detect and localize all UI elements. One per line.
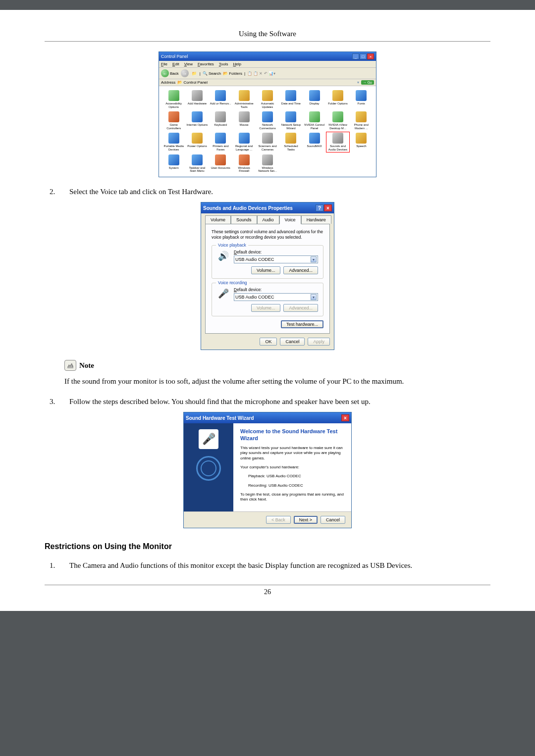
control-panel-item[interactable]: Scanners and Cameras xyxy=(257,133,278,151)
control-panel-item-label: Administrative Tools xyxy=(233,102,255,108)
voice-panel: These settings control volume and advanc… xyxy=(205,224,330,334)
go-button[interactable]: → Go xyxy=(361,80,374,85)
control-panel-item[interactable]: Sounds and Audio Devices xyxy=(327,133,348,151)
menu-edit[interactable]: Edit xyxy=(172,62,179,66)
maximize-button[interactable]: □ xyxy=(360,53,367,59)
back-button[interactable]: ←Back xyxy=(161,69,179,77)
control-panel-item[interactable]: Portable Media Devices xyxy=(163,133,184,151)
control-panel-item[interactable]: Folder Options xyxy=(327,90,348,108)
search-button[interactable]: 🔍Search xyxy=(203,71,221,76)
control-panel-item[interactable]: NVIDIA nView Desktop M... xyxy=(327,111,348,130)
recording-legend: Voice recording xyxy=(216,280,249,285)
tab-audio[interactable]: Audio xyxy=(257,215,279,224)
control-panel-item[interactable]: Wireless Network Set... xyxy=(257,154,278,173)
control-panel-item-label: Power Options xyxy=(187,145,207,148)
menu-favorites[interactable]: Favorites xyxy=(198,62,214,66)
control-panel-item[interactable]: Internet Options xyxy=(186,111,208,130)
control-panel-item[interactable]: Power Options xyxy=(186,133,208,151)
close-button[interactable]: × xyxy=(324,204,332,211)
control-panel-item-label: Scanners and Cameras xyxy=(257,145,278,151)
ok-button[interactable]: OK xyxy=(260,338,277,346)
next-button[interactable]: Next > xyxy=(294,516,318,524)
recording-device-select[interactable]: USB Audio CODEC▼ xyxy=(234,293,318,301)
tab-voice[interactable]: Voice xyxy=(279,215,301,224)
control-panel-item-label: Add Hardware xyxy=(188,102,207,105)
window-title: Control Panel xyxy=(161,54,188,59)
control-panel-item[interactable]: Add Hardware xyxy=(186,90,208,108)
control-panel-item[interactable]: Accessibility Options xyxy=(163,90,184,108)
control-panel-item[interactable]: Phone and Modem ... xyxy=(351,111,372,130)
close-button[interactable]: × xyxy=(341,414,349,421)
up-icon[interactable]: 📁 xyxy=(191,70,198,77)
control-panel-item[interactable]: Keyboard xyxy=(210,111,231,130)
control-panel-item[interactable]: Taskbar and Start Menu xyxy=(186,154,208,173)
forward-button[interactable]: → xyxy=(181,69,189,77)
control-panel-item[interactable]: Add or Remov... xyxy=(210,90,231,108)
control-panel-item[interactable]: Fonts xyxy=(351,90,372,108)
step-text: Select the Voice tab and click on Test H… xyxy=(69,186,490,198)
voice-recording-group: Voice recording 🎤 Default device: USB Au… xyxy=(212,283,323,316)
step-text: Follow the steps described below. You sh… xyxy=(69,396,490,407)
control-panel-item-icon xyxy=(215,90,226,101)
control-panel-item-label: Speech xyxy=(356,145,366,148)
control-panel-item-icon xyxy=(239,154,250,165)
menu-help[interactable]: Help xyxy=(233,62,241,66)
back-button: < Back xyxy=(266,516,291,524)
wizard-p2: Your computer's sound hardware: xyxy=(240,465,344,470)
minimize-button[interactable]: _ xyxy=(352,53,359,59)
menu-tools[interactable]: Tools xyxy=(219,62,228,66)
control-panel-item-icon xyxy=(332,90,343,101)
tab-volume[interactable]: Volume xyxy=(205,215,231,224)
control-panel-item[interactable]: Display xyxy=(304,90,325,108)
window-buttons: _ □ × xyxy=(352,53,374,59)
control-panel-item-icon xyxy=(262,154,273,165)
cancel-button[interactable]: Cancel xyxy=(280,338,305,346)
control-panel-item-label: Phone and Modem ... xyxy=(351,123,372,130)
control-panel-item-icon xyxy=(309,133,320,144)
control-panel-item-icon xyxy=(262,111,273,122)
menu-view[interactable]: View xyxy=(184,62,193,66)
playback-device-select[interactable]: USB Audio CODEC▼ xyxy=(234,255,318,263)
control-panel-item[interactable]: Date and Time xyxy=(280,90,302,108)
instruction-step-2: 2. Select the Voice tab and click on Tes… xyxy=(50,186,490,198)
tab-sounds[interactable]: Sounds xyxy=(231,215,257,224)
test-hardware-button[interactable]: Test hardware... xyxy=(281,320,323,328)
control-panel-item[interactable]: Windows Firewall xyxy=(233,154,255,173)
folders-button[interactable]: 📂Folders xyxy=(223,71,242,76)
control-panel-item[interactable]: User Accounts xyxy=(210,154,231,173)
wizard-playback: Playback: USB Audio CODEC xyxy=(248,474,344,479)
control-panel-item[interactable]: SoundMAX xyxy=(304,133,325,151)
wizard-footer: < Back Next > Cancel xyxy=(184,511,351,528)
control-panel-item-label: Portable Media Devices xyxy=(163,145,184,151)
toolbar-extra-icons[interactable]: 📋 📋 ✕ ↶ 📊▾ xyxy=(247,71,275,76)
control-panel-item[interactable]: Administrative Tools xyxy=(233,90,255,108)
control-panel-item[interactable]: Network Setup Wizard xyxy=(280,111,302,130)
address-value[interactable]: 📂 Control Panel xyxy=(177,80,355,85)
control-panel-item[interactable]: Printers and Faxes xyxy=(210,133,231,151)
control-panel-item[interactable]: Game Controllers xyxy=(163,111,184,130)
control-panel-item[interactable]: Regional and Language ... xyxy=(233,133,255,151)
menu-file[interactable]: File xyxy=(161,62,167,66)
control-panel-item[interactable]: Scheduled Tasks xyxy=(280,133,302,151)
control-panel-item-label: Game Controllers xyxy=(163,123,184,130)
control-panel-item-label: Scheduled Tasks xyxy=(280,145,302,151)
control-panel-body: Accessibility OptionsAdd HardwareAdd or … xyxy=(159,86,376,177)
playback-advanced-button[interactable]: Advanced... xyxy=(283,266,318,274)
control-panel-item[interactable]: Speech xyxy=(351,133,372,151)
playback-volume-button[interactable]: Volume... xyxy=(251,266,281,274)
close-button[interactable]: × xyxy=(367,53,374,59)
control-panel-item[interactable]: Automatic Updates xyxy=(257,90,278,108)
control-panel-item-icon xyxy=(356,111,367,122)
control-panel-item[interactable]: Mouse xyxy=(233,111,255,130)
control-panel-item[interactable]: NVIDIA Control Panel xyxy=(304,111,325,130)
tab-hardware[interactable]: Hardware xyxy=(301,215,331,224)
control-panel-item-icon xyxy=(168,133,179,144)
dialog-title: Sounds and Audio Devices Properties xyxy=(203,205,293,211)
restriction-step-1: 1. The Camera and Audio functions of thi… xyxy=(50,560,490,571)
control-panel-item[interactable]: Network Connections xyxy=(257,111,278,130)
playback-label: Default device: xyxy=(234,250,318,254)
control-panel-item[interactable]: System xyxy=(163,154,184,173)
help-button[interactable]: ? xyxy=(316,204,323,211)
step-number: 3. xyxy=(50,396,69,407)
cancel-button[interactable]: Cancel xyxy=(321,516,345,524)
